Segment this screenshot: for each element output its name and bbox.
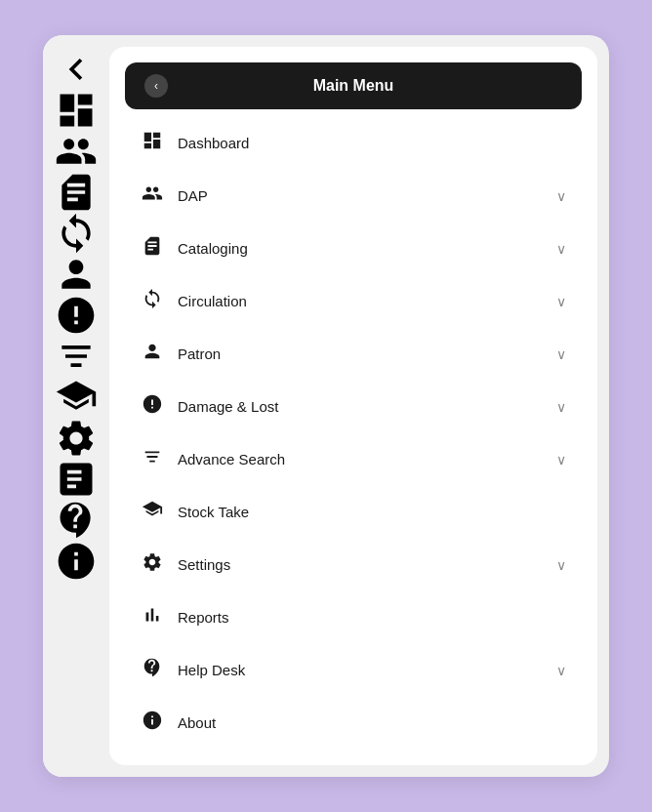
sidebar-item-circulation[interactable] — [55, 215, 98, 252]
patron-chevron: ∨ — [556, 346, 566, 362]
patron-label: Patron — [178, 345, 543, 362]
dap-chevron: ∨ — [556, 188, 566, 204]
menu-item-advance-search[interactable]: Advance Search ∨ — [117, 433, 590, 485]
cataloging-icon — [141, 235, 164, 262]
sidebar-item-back[interactable] — [55, 51, 98, 88]
menu-item-dap[interactable]: DAP ∨ — [117, 170, 590, 222]
stock-take-icon — [141, 499, 164, 525]
dashboard-label: Dashboard — [178, 135, 566, 151]
sidebar-item-about[interactable] — [55, 543, 98, 580]
sidebar-item-help[interactable] — [55, 502, 98, 539]
main-menu-title: Main Menu — [178, 77, 529, 95]
menu-item-help-desk[interactable]: Help Desk ∨ — [117, 644, 590, 696]
advance-search-chevron: ∨ — [556, 452, 566, 467]
menu-item-cataloging[interactable]: Cataloging ∨ — [117, 223, 590, 274]
sidebar-item-settings[interactable] — [55, 420, 98, 457]
patron-icon — [141, 341, 164, 367]
main-menu-header[interactable]: ‹ Main Menu — [125, 62, 582, 109]
sidebar-item-reports[interactable] — [55, 461, 98, 498]
advance-search-icon — [141, 446, 164, 472]
sidebar — [43, 35, 109, 777]
menu-item-about[interactable]: About — [117, 697, 590, 749]
circulation-chevron: ∨ — [556, 294, 566, 309]
menu-item-settings[interactable]: Settings ∨ — [117, 539, 590, 590]
menu-item-damage-lost[interactable]: Damage & Lost ∨ — [117, 381, 590, 432]
menu-item-patron[interactable]: Patron ∨ — [117, 328, 590, 380]
help-desk-icon — [141, 657, 164, 683]
dap-icon — [141, 183, 164, 209]
menu-item-stock-take[interactable]: Stock Take — [117, 486, 590, 538]
menu-item-reports[interactable]: Reports — [117, 591, 590, 643]
reports-label: Reports — [178, 609, 566, 626]
help-desk-label: Help Desk — [178, 662, 543, 678]
menu-item-circulation[interactable]: Circulation ∨ — [117, 275, 590, 327]
sidebar-item-damage[interactable] — [55, 297, 98, 334]
sidebar-item-patron[interactable] — [55, 256, 98, 293]
cataloging-chevron: ∨ — [556, 241, 566, 257]
help-desk-chevron: ∨ — [556, 663, 566, 678]
damage-lost-icon — [141, 393, 164, 420]
cataloging-label: Cataloging — [178, 240, 543, 257]
sidebar-item-dap[interactable] — [55, 133, 98, 170]
sidebar-item-search[interactable] — [55, 338, 98, 375]
about-label: About — [178, 714, 566, 731]
reports-icon — [141, 604, 164, 630]
sidebar-item-stock[interactable] — [55, 379, 98, 416]
sidebar-item-dashboard[interactable] — [55, 92, 98, 129]
main-panel: ‹ Main Menu Dashboard DAP ∨ Cataloging ∨ — [109, 47, 597, 765]
back-arrow-icon: ‹ — [144, 74, 168, 98]
dap-label: DAP — [178, 187, 543, 204]
circulation-icon — [141, 288, 164, 314]
settings-icon — [141, 551, 164, 578]
stock-take-label: Stock Take — [178, 504, 566, 520]
about-icon — [141, 710, 164, 736]
dashboard-icon — [141, 130, 164, 156]
sidebar-item-cataloging[interactable] — [55, 174, 98, 211]
menu-item-dashboard[interactable]: Dashboard — [117, 117, 590, 169]
app-card: ‹ Main Menu Dashboard DAP ∨ Cataloging ∨ — [43, 35, 609, 777]
damage-lost-chevron: ∨ — [556, 399, 566, 415]
settings-label: Settings — [178, 556, 543, 573]
advance-search-label: Advance Search — [178, 451, 543, 467]
damage-lost-label: Damage & Lost — [178, 398, 543, 415]
settings-chevron: ∨ — [556, 557, 566, 573]
circulation-label: Circulation — [178, 293, 543, 309]
